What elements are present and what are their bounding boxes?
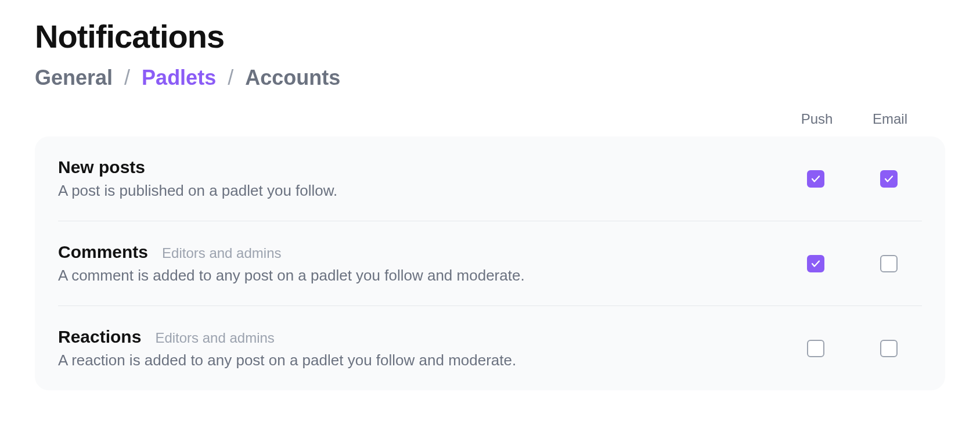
tabs: General / Padlets / Accounts: [35, 66, 945, 90]
page-title: Notifications: [35, 17, 945, 55]
check-icon: [884, 174, 894, 184]
checkbox-email-reactions[interactable]: [880, 340, 898, 357]
check-icon: [810, 258, 821, 269]
setting-row-comments: Comments Editors and admins A comment is…: [58, 221, 922, 306]
column-header-push: Push: [797, 111, 837, 127]
setting-description: A post is published on a padlet you foll…: [58, 182, 795, 200]
tab-separator: /: [124, 66, 130, 90]
setting-title: Reactions: [58, 327, 141, 347]
tab-general[interactable]: General: [35, 66, 113, 90]
setting-badge: Editors and admins: [162, 245, 281, 261]
setting-title: Comments: [58, 242, 148, 262]
setting-description: A comment is added to any post on a padl…: [58, 267, 795, 285]
checkbox-push-new-posts[interactable]: [807, 170, 824, 188]
column-headers: Push Email: [35, 111, 945, 136]
setting-row-new-posts: New posts A post is published on a padle…: [58, 136, 922, 221]
setting-row-reactions: Reactions Editors and admins A reaction …: [58, 306, 922, 390]
checkbox-email-new-posts[interactable]: [880, 170, 898, 188]
setting-badge: Editors and admins: [155, 330, 274, 346]
checkbox-push-comments[interactable]: [807, 255, 824, 272]
checkbox-email-comments[interactable]: [880, 255, 898, 272]
tab-accounts[interactable]: Accounts: [245, 66, 340, 90]
check-icon: [810, 174, 821, 184]
setting-description: A reaction is added to any post on a pad…: [58, 351, 795, 369]
tab-separator: /: [228, 66, 233, 90]
setting-title: New posts: [58, 157, 145, 177]
checkbox-push-reactions[interactable]: [807, 340, 824, 357]
column-header-email: Email: [870, 111, 910, 127]
tab-padlets[interactable]: Padlets: [142, 66, 216, 90]
settings-panel: New posts A post is published on a padle…: [35, 136, 945, 390]
